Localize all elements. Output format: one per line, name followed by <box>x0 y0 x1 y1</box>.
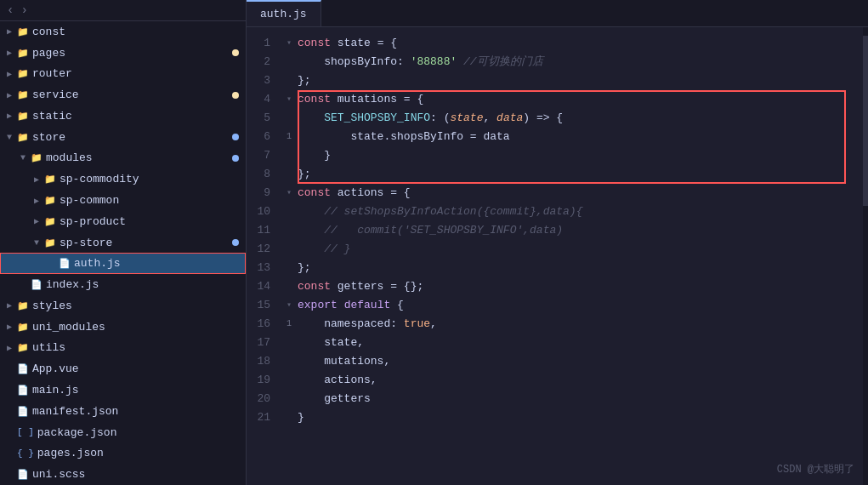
code-line-7: } <box>298 146 863 165</box>
sidebar-item-manifest-json[interactable]: 📄 manifest.json <box>0 401 246 422</box>
file-icon: { } <box>17 448 34 459</box>
fold-marker-6: 1 <box>281 128 298 146</box>
code-line-1: const state = { <box>298 34 863 53</box>
folder-icon: 📁 <box>44 237 56 248</box>
sidebar-item-sp-store[interactable]: 📁 sp-store <box>0 232 246 254</box>
sidebar-item-utils[interactable]: 📁 utils <box>0 338 246 359</box>
code-line-17: state, <box>298 334 863 352</box>
folder-icon: 📁 <box>17 342 29 353</box>
code-line-13: }; <box>298 259 863 277</box>
sidebar-label: store <box>32 131 65 144</box>
file-icon: 📄 <box>17 406 29 417</box>
sidebar-label: package.json <box>37 426 117 439</box>
sidebar-item-pages[interactable]: 📁 pages <box>0 43 246 64</box>
sidebar-item-app-vue[interactable]: 📄 App.vue <box>0 358 246 379</box>
change-badge <box>232 134 239 140</box>
code-line-11: // commit('SET_SHOPSBY_INFO',data) <box>298 221 863 240</box>
sidebar-item-store[interactable]: 📁 store <box>0 127 246 148</box>
sidebar-label: service <box>32 88 79 101</box>
fold-9[interactable]: ▾ <box>281 184 298 203</box>
sidebar-label: pages.json <box>37 447 104 459</box>
sidebar-label: sp-store <box>60 237 112 249</box>
folder-icon: 📁 <box>17 322 29 333</box>
sidebar-label: uni.scss <box>32 468 85 481</box>
code-line-14: const getters = {}; <box>298 277 863 296</box>
code-line-12: // } <box>298 240 863 259</box>
sidebar-item-package-json[interactable]: [ ] package.json <box>0 422 246 443</box>
sidebar-item-sp-common[interactable]: 📁 sp-common <box>0 190 246 211</box>
sidebar-label: const <box>32 26 65 38</box>
fold-15[interactable]: ▾ <box>281 296 298 315</box>
folder-icon: 📁 <box>44 195 56 206</box>
sidebar-item-service[interactable]: 📁 service <box>0 84 246 106</box>
sidebar-item-pages-json[interactable]: { } pages.json <box>0 442 246 464</box>
sidebar-label: manifest.json <box>32 405 118 418</box>
sidebar-label: App.vue <box>32 362 79 375</box>
folder-icon: 📁 <box>17 89 29 100</box>
sidebar-item-uni-scss[interactable]: 📄 uni.scss <box>0 464 246 485</box>
sidebar-item-sp-product[interactable]: 📁 sp-product <box>0 211 246 232</box>
sidebar-item-sp-commodity[interactable]: 📁 sp-commodity <box>0 168 246 190</box>
code-line-21: } <box>298 408 863 427</box>
file-icon: 📄 <box>59 258 71 269</box>
nav-forward[interactable]: › <box>19 3 29 17</box>
sidebar-item-main-js[interactable]: 📄 main.js <box>0 379 246 401</box>
change-badge <box>232 155 239 162</box>
fold-marker-16: 1 <box>281 315 298 334</box>
sidebar-item-router[interactable]: 📁 router <box>0 64 246 85</box>
line-numbers: 1 2 3 4 5 6 7 8 9 10 11 12 13 14 15 16 1… <box>247 34 281 478</box>
sidebar-label: auth.js <box>74 257 121 270</box>
sidebar-label: sp-commodity <box>60 173 139 185</box>
sidebar-item-auth-js[interactable]: 📄 auth.js <box>0 253 246 274</box>
sidebar-item-static[interactable]: 📁 static <box>0 106 246 127</box>
minimap-thumb <box>863 36 868 206</box>
chevron-icon <box>34 238 44 248</box>
code-line-15: export default { <box>298 296 863 315</box>
sidebar-item-styles[interactable]: 📁 styles <box>0 295 246 317</box>
sidebar-label: sp-common <box>60 194 119 207</box>
sidebar-label: static <box>32 110 72 123</box>
sidebar-item-index-js[interactable]: 📄 index.js <box>0 274 246 295</box>
sidebar-item-modules[interactable]: 📁 modules <box>0 148 246 169</box>
code-line-2: shopsByInfo: '88888' //可切换的门店 <box>298 53 863 71</box>
nav-arrows: ‹ › <box>0 0 246 21</box>
code-line-8: }; <box>298 165 863 184</box>
fold-4[interactable]: ▾ <box>281 90 298 109</box>
sidebar-label: modules <box>46 151 93 164</box>
sidebar-label: utils <box>32 341 65 354</box>
code-content: const state = { shopsByInfo: '88888' //可… <box>298 34 863 478</box>
code-line-16: namespaced: true, <box>298 315 863 334</box>
sidebar-label: sp-product <box>60 215 126 228</box>
folder-icon: 📁 <box>17 68 29 79</box>
chevron-icon <box>7 26 17 37</box>
sidebar-item-const[interactable]: 📁 const <box>0 21 246 43</box>
chevron-icon <box>34 174 44 185</box>
sidebar-label: main.js <box>32 384 79 397</box>
file-icon: 📄 <box>17 363 29 374</box>
editor-wrap: 1 2 3 4 5 6 7 8 9 10 11 12 13 14 15 16 1… <box>247 27 868 485</box>
sidebar-label: index.js <box>46 278 99 291</box>
chevron-icon <box>7 69 17 79</box>
chevron-icon <box>7 322 17 332</box>
change-badge <box>232 49 239 56</box>
folder-icon: 📁 <box>31 152 43 163</box>
code-editor[interactable]: 1 2 3 4 5 6 7 8 9 10 11 12 13 14 15 16 1… <box>247 27 863 485</box>
folder-icon: 📁 <box>17 300 29 311</box>
fold-gutter: ▾ ▾ 1 ▾ ▾ 1 <box>281 34 298 478</box>
fold-1[interactable]: ▾ <box>281 34 298 53</box>
code-line-5: SET_SHOPSBY_INFO: (state, data) => { <box>298 109 863 128</box>
code-line-19: actions, <box>298 371 863 390</box>
watermark: CSDN @大聪明了 <box>777 462 854 476</box>
tab-bar: auth.js <box>247 0 868 27</box>
file-icon: [ ] <box>17 427 34 437</box>
code-line-4: const mutations = { <box>298 90 863 109</box>
code-line-10: // setShopsByInfoAction({commit},data){ <box>298 203 863 221</box>
sidebar-item-uni-modules[interactable]: 📁 uni_modules <box>0 317 246 338</box>
nav-back[interactable]: ‹ <box>5 3 15 17</box>
folder-icon: 📁 <box>17 111 29 122</box>
folder-icon: 📁 <box>17 132 29 143</box>
folder-icon: 📁 <box>44 216 56 227</box>
tab-auth-js[interactable]: auth.js <box>247 0 321 26</box>
chevron-icon <box>7 300 17 311</box>
minimap[interactable] <box>863 27 868 485</box>
